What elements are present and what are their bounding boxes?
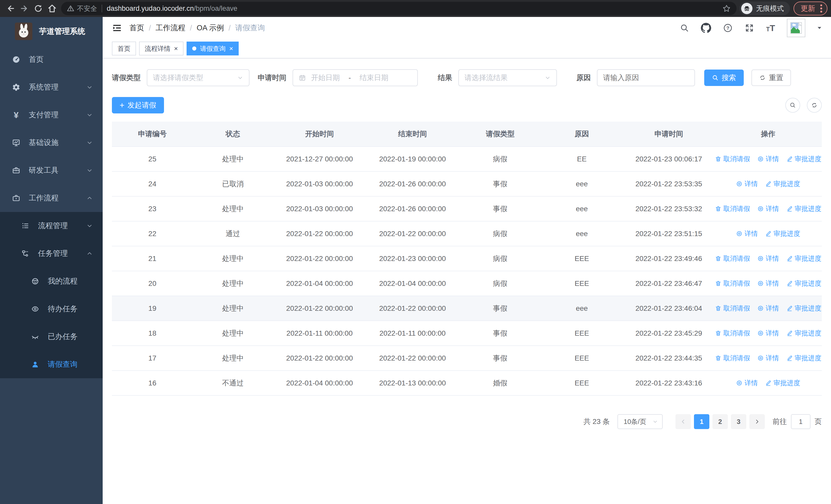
leave-type-select[interactable]: 请选择请假类型 (147, 69, 250, 86)
cell-end-time: 2022-01-22 00:00:00 (366, 346, 459, 370)
security-status[interactable]: 不安全 (67, 4, 97, 13)
table-row[interactable]: 21 处理中 2022-01-22 00:00:00 2022-01-23 00… (112, 246, 822, 271)
sidebar-item-leave-query[interactable]: 请假查询 (0, 351, 103, 378)
close-icon[interactable]: × (174, 45, 178, 52)
approval-progress-link[interactable]: 审批进度 (786, 304, 822, 313)
next-page-button[interactable] (749, 414, 765, 429)
chevron-down-icon (86, 84, 93, 91)
detail-link[interactable]: 详情 (757, 154, 779, 164)
detail-link[interactable]: 详情 (757, 254, 779, 263)
breadcrumb-item[interactable]: 首页 (130, 23, 144, 33)
cancel-leave-link[interactable]: 取消请假 (715, 304, 750, 313)
table-row[interactable]: 25 处理中 2021-12-27 00:00:00 2022-01-19 00… (112, 146, 822, 171)
approval-progress-link[interactable]: 审批进度 (765, 179, 800, 188)
sidebar-item-label: 研发工具 (29, 165, 58, 176)
approval-progress-link[interactable]: 审批进度 (786, 254, 822, 263)
leave-table: 申请编号 状态 开始时间 结束时间 请假类型 原因 申请时间 操作 25 处理中… (112, 122, 822, 396)
sidebar-item-devtools[interactable]: 研发工具 (0, 156, 103, 184)
breadcrumb-item[interactable]: OA 示例 (197, 23, 224, 33)
sidebar-item-system[interactable]: 系统管理 (0, 73, 103, 101)
tab-process-detail[interactable]: 流程详情 × (139, 41, 183, 55)
row-actions: 取消请假 详情 审批进度 (715, 154, 822, 164)
table-row[interactable]: 22 通过 2022-01-22 00:00:00 2022-01-22 00:… (112, 221, 822, 246)
help-button[interactable]: ? (723, 23, 733, 33)
detail-link[interactable]: 详情 (757, 329, 779, 338)
cancel-leave-link[interactable]: 取消请假 (715, 279, 750, 288)
sidebar-item-todo-tasks[interactable]: 待办任务 (0, 295, 103, 323)
browser-back-button[interactable] (4, 2, 18, 16)
cancel-leave-link[interactable]: 取消请假 (715, 329, 750, 338)
cancel-leave-link[interactable]: 取消请假 (715, 354, 750, 363)
table-row[interactable]: 18 处理中 2022-01-11 00:00:00 2022-01-11 00… (112, 321, 822, 346)
table-refresh-button[interactable] (807, 98, 822, 113)
cancel-leave-link[interactable]: 取消请假 (715, 254, 750, 263)
sidebar-collapse-button[interactable] (112, 23, 122, 33)
user-menu-caret[interactable] (817, 26, 822, 30)
table-row[interactable]: 19 处理中 2022-01-22 00:00:00 2022-01-22 00… (112, 296, 822, 321)
approval-progress-link[interactable]: 审批进度 (765, 379, 800, 387)
reason-input[interactable] (598, 70, 694, 86)
bookmark-star-button[interactable] (722, 4, 731, 13)
detail-link[interactable]: 详情 (736, 379, 758, 387)
search-submit-button[interactable]: 搜索 (704, 69, 744, 86)
approval-progress-link[interactable]: 审批进度 (786, 329, 822, 338)
detail-link[interactable]: 详情 (757, 204, 779, 213)
approval-progress-link[interactable]: 审批进度 (786, 204, 822, 213)
reset-button[interactable]: 重置 (751, 69, 791, 86)
sidebar-item-workflow[interactable]: 工作流程 (0, 184, 103, 212)
fullscreen-button[interactable] (745, 23, 754, 33)
browser-reload-button[interactable] (31, 2, 45, 16)
detail-link[interactable]: 详情 (757, 354, 779, 363)
close-icon[interactable]: × (229, 45, 233, 52)
sidebar-item-label: 首页 (29, 54, 44, 65)
browser-home-button[interactable] (45, 2, 59, 16)
tab-home[interactable]: 首页 (112, 41, 136, 55)
tab-leave-query[interactable]: 请假查询 × (187, 41, 239, 55)
sidebar-item-task-management[interactable]: 任务管理 (0, 240, 103, 267)
breadcrumb-item[interactable]: 工作流程 (155, 23, 185, 33)
table-search-toggle-button[interactable] (785, 98, 800, 113)
table-row[interactable]: 23 处理中 2022-01-03 00:00:00 2022-01-26 00… (112, 196, 822, 221)
table-row[interactable]: 16 不通过 2022-01-04 00:00:00 2022-01-13 00… (112, 370, 822, 395)
page-size-select[interactable]: 10条/页 (618, 414, 663, 429)
address-bar[interactable]: 不安全 dashboard.yudao.iocoder.cn/bpm/oa/le… (61, 2, 737, 15)
detail-link[interactable]: 详情 (757, 279, 779, 288)
detail-link[interactable]: 详情 (757, 304, 779, 313)
plus-icon: + (120, 101, 124, 109)
create-leave-button[interactable]: + 发起请假 (112, 97, 164, 113)
search-button[interactable] (680, 23, 689, 33)
approval-progress-link[interactable]: 审批进度 (786, 354, 822, 363)
font-size-button[interactable]: TT (766, 24, 775, 32)
approval-progress-link[interactable]: 审批进度 (786, 154, 822, 164)
cancel-leave-link[interactable]: 取消请假 (715, 154, 750, 164)
cell-reason: EE (541, 147, 622, 171)
table-row[interactable]: 17 处理中 2022-01-22 00:00:00 2022-01-22 00… (112, 346, 822, 370)
browser-update-button[interactable]: 更新 (794, 2, 827, 16)
approval-progress-link[interactable]: 审批进度 (786, 279, 822, 288)
browser-forward-button[interactable] (18, 2, 31, 16)
page-number-button[interactable]: 1 (694, 414, 709, 429)
sidebar-item-label: 任务管理 (38, 248, 68, 259)
table-row[interactable]: 20 处理中 2022-01-04 00:00:00 2022-01-04 00… (112, 271, 822, 296)
page-number-button[interactable]: 2 (712, 414, 728, 429)
github-button[interactable] (701, 23, 711, 33)
prev-page-button[interactable] (676, 414, 691, 429)
result-select[interactable]: 请选择流结果 (458, 69, 557, 86)
detail-link[interactable]: 详情 (736, 229, 758, 238)
detail-link[interactable]: 详情 (736, 179, 758, 188)
goto-page-input[interactable] (791, 414, 810, 429)
breadcrumb-separator: / (190, 24, 192, 32)
view-icon (757, 206, 764, 212)
sidebar-item-process-management[interactable]: 流程管理 (0, 212, 103, 240)
sidebar-item-infrastructure[interactable]: 基础设施 (0, 129, 103, 156)
table-row[interactable]: 24 已取消 2022-01-03 00:00:00 2022-01-26 00… (112, 171, 822, 196)
approval-progress-link[interactable]: 审批进度 (765, 229, 800, 238)
sidebar-item-done-tasks[interactable]: 已办任务 (0, 323, 103, 351)
sidebar-item-my-process[interactable]: 我的流程 (0, 267, 103, 295)
avatar[interactable] (787, 19, 805, 37)
sidebar-item-home[interactable]: 首页 (0, 46, 103, 73)
page-number-button[interactable]: 3 (731, 414, 746, 429)
apply-time-range-picker[interactable]: 开始日期 - 结束日期 (292, 69, 418, 86)
sidebar-item-payment[interactable]: ¥ 支付管理 (0, 101, 103, 129)
cancel-leave-link[interactable]: 取消请假 (715, 204, 750, 213)
